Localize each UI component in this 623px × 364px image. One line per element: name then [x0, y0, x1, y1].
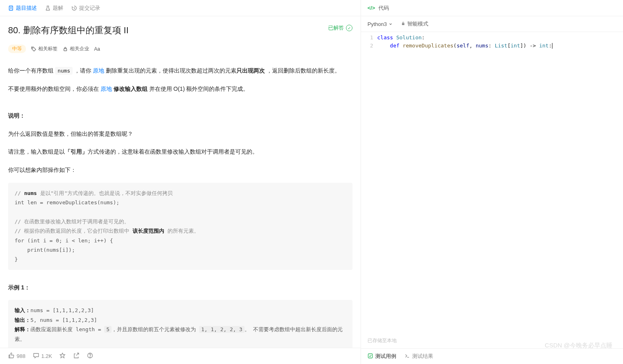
hints-button[interactable]: Aa	[94, 46, 100, 52]
chevron-down-icon	[389, 21, 393, 27]
check-square-icon	[367, 353, 373, 360]
inplace-link-2[interactable]: 原地	[101, 86, 114, 92]
code-editor[interactable]: 1 2 class Solution: def removeDuplicates…	[361, 32, 623, 333]
test-cases-tab[interactable]: 测试用例	[367, 353, 396, 360]
tab-description[interactable]: 题目描述	[8, 4, 37, 12]
language-bar: Python3 智能模式	[361, 16, 623, 32]
question-icon	[87, 352, 93, 360]
star-icon	[59, 352, 66, 360]
problem-meta: 中等 相关标签 相关企业 Aa	[8, 45, 352, 53]
favorite-button[interactable]	[59, 352, 66, 360]
problem-title: 80. 删除有序数组中的重复项 II	[8, 24, 129, 36]
solved-badge: 已解答 ✓	[328, 24, 352, 32]
comment-icon	[33, 352, 39, 360]
lock-icon	[401, 21, 406, 27]
thumbs-up-icon	[8, 352, 15, 360]
difficulty-badge: 中等	[8, 45, 26, 53]
share-button[interactable]	[73, 352, 79, 360]
problem-panel: 题目描述 题解 提交记录 80. 删除有序数组中的重复项 II 已解答	[0, 0, 361, 364]
tab-solution[interactable]: 题解	[45, 4, 63, 12]
code-header-label: 代码	[378, 4, 389, 12]
svg-point-8	[90, 357, 90, 358]
svg-rect-9	[402, 23, 404, 25]
watermark: CSDN @今晚务必早点睡	[545, 342, 612, 349]
terminal-icon	[404, 353, 410, 360]
tab-submissions[interactable]: 提交记录	[71, 4, 100, 12]
comments-button[interactable]: 1.2K	[33, 352, 52, 360]
problem-content[interactable]: 80. 删除有序数组中的重复项 II 已解答 ✓ 中等 相关标签	[0, 16, 361, 348]
related-tags[interactable]: 相关标签	[31, 45, 58, 52]
test-tabs: 测试用例 测试结果	[361, 348, 623, 364]
tab-submissions-label: 提交记录	[79, 4, 100, 12]
pseudo-code-block: // nums 是以"引用"方式传递的。也就是说，不对实参做任何拷贝 int l…	[8, 183, 352, 270]
problem-footer: 988 1.2K	[0, 348, 361, 364]
smart-mode[interactable]: 智能模式	[401, 20, 428, 28]
check-circle-icon: ✓	[346, 25, 352, 31]
example1-block: 输入：nums = [1,1,1,2,2,3] 输出：5, nums = [1,…	[8, 300, 352, 348]
tag-icon	[31, 46, 37, 52]
share-icon	[73, 352, 79, 360]
problem-body: 给你一个有序数组 nums ，请你 原地 删除重复出现的元素，使得出现次数超过两…	[8, 65, 352, 348]
like-button[interactable]: 988	[8, 352, 26, 360]
code-panel: </> 代码 Python3 智能模式 1 2	[361, 0, 623, 364]
flask-icon	[45, 5, 51, 11]
tab-solution-label: 题解	[53, 4, 63, 12]
example1-heading: 示例 1：	[8, 284, 30, 291]
code-header: </> 代码	[361, 0, 623, 16]
help-button[interactable]	[87, 352, 93, 360]
language-selector[interactable]: Python3	[367, 21, 393, 27]
svg-rect-5	[64, 49, 67, 51]
history-icon	[71, 5, 77, 11]
solved-label: 已解答	[328, 24, 344, 32]
svg-rect-0	[9, 6, 13, 10]
related-companies[interactable]: 相关企业	[62, 45, 89, 52]
code-area[interactable]: class Solution: def removeDuplicates(sel…	[377, 34, 623, 333]
tab-description-label: 题目描述	[16, 4, 37, 12]
line-gutter: 1 2	[361, 34, 377, 333]
test-results-tab[interactable]: 测试结果	[404, 353, 433, 360]
problem-tabs: 题目描述 题解 提交记录	[0, 0, 361, 16]
inplace-link[interactable]: 原地	[93, 67, 104, 74]
description-icon	[8, 5, 14, 11]
code-icon: </>	[367, 5, 375, 11]
svg-point-4	[32, 47, 33, 48]
explain-heading: 说明：	[8, 112, 25, 119]
svg-marker-6	[60, 353, 65, 358]
lock-icon	[62, 46, 68, 52]
